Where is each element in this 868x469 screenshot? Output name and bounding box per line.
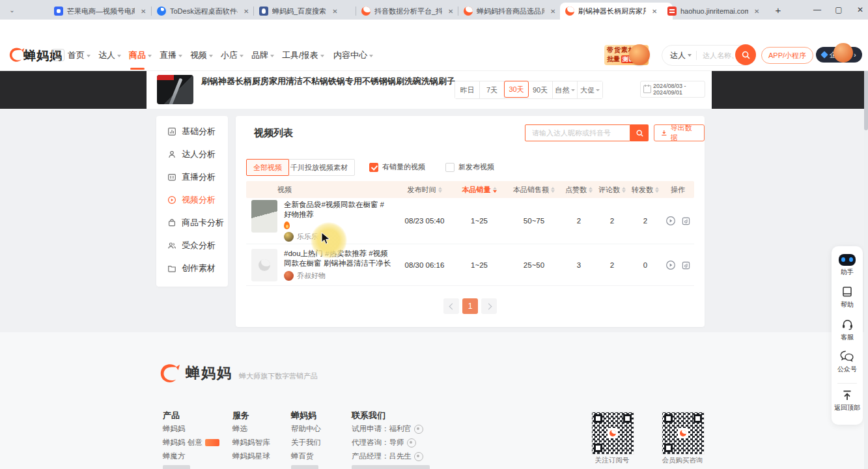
header-shares[interactable]: 转发数 bbox=[629, 185, 662, 195]
apps-grid-icon[interactable] bbox=[52, 49, 64, 61]
browser-tab[interactable]: 芒果电商—视频号电商玩法全 ✕ bbox=[49, 3, 161, 20]
footer-contact-link[interactable]: 试用申请：福利官 bbox=[352, 424, 423, 434]
header-comments[interactable]: 评论数 bbox=[595, 185, 629, 195]
list-search-button[interactable] bbox=[630, 124, 649, 141]
date-tab-90d[interactable]: 90天 bbox=[528, 81, 553, 98]
footer-contact-link[interactable]: 产品经理：吕先生 bbox=[352, 451, 423, 461]
browser-tab[interactable]: 蝉妈妈抖音商品选品库|抖音短视 ✕ bbox=[458, 3, 570, 20]
footer-link[interactable]: 关于我们 bbox=[291, 438, 321, 448]
list-search-input[interactable] bbox=[531, 128, 624, 137]
window-minimize-button[interactable]: — bbox=[807, 3, 827, 17]
sidebar-item-basic-analysis[interactable]: 基础分析 bbox=[156, 120, 228, 143]
sidebar-item-audience-analysis[interactable]: 受众分析 bbox=[156, 234, 228, 257]
browser-tab-active[interactable]: 刷锅神器长柄厨房家用清洁不 ✕ bbox=[560, 3, 673, 20]
browser-tab[interactable]: ToDesk远程桌面软件-免费安 ✕ bbox=[152, 3, 264, 20]
nav-item-shop[interactable]: 小店 bbox=[221, 50, 244, 61]
video-thumbnail-placeholder[interactable] bbox=[251, 249, 277, 281]
sort-icon[interactable] bbox=[438, 187, 442, 193]
footer-link[interactable]: 蝉魔方 bbox=[163, 451, 186, 461]
pagination-prev-button[interactable] bbox=[443, 298, 459, 314]
back-to-top-button[interactable]: 返回顶部 bbox=[834, 390, 860, 412]
sidebar-item-creative-material[interactable]: 创作素材 bbox=[156, 257, 228, 279]
nav-item-influencer[interactable]: 达人 bbox=[98, 50, 121, 61]
list-search-box[interactable] bbox=[525, 124, 630, 141]
tab-close-icon[interactable]: ✕ bbox=[330, 7, 339, 16]
wechat-contact-icon[interactable] bbox=[407, 438, 416, 448]
assistant-button[interactable]: 助手 bbox=[839, 253, 856, 277]
sort-icon[interactable] bbox=[551, 187, 555, 193]
filter-checkbox-new-videos[interactable]: 新发布视频 bbox=[445, 162, 494, 172]
play-video-icon[interactable] bbox=[665, 260, 676, 270]
sidebar-item-live-analysis[interactable]: 直播分析 bbox=[156, 165, 228, 188]
browser-tab[interactable]: 蝉妈妈_百度搜索 ✕ bbox=[254, 3, 366, 20]
tab-close-icon[interactable]: ✕ bbox=[752, 7, 761, 16]
tab-close-icon[interactable]: ✕ bbox=[446, 7, 455, 16]
sidebar-item-video-analysis[interactable]: 视频分析 bbox=[156, 188, 228, 211]
nav-item-brand[interactable]: 品牌 bbox=[251, 50, 274, 61]
sort-icon[interactable] bbox=[622, 187, 626, 193]
window-close-button[interactable]: ✕ bbox=[850, 3, 868, 17]
header-search-button[interactable] bbox=[735, 44, 756, 65]
header-product-sales[interactable]: 本品销量 bbox=[453, 185, 505, 195]
tab-search-chevron-icon[interactable]: ⌄ bbox=[7, 5, 18, 16]
footer-link[interactable]: 蝉妈妈星球 bbox=[232, 451, 270, 461]
sidebar-item-product-card-analysis[interactable]: 商品卡分析 bbox=[156, 211, 228, 234]
sort-desc-icon[interactable] bbox=[493, 187, 497, 193]
tab-close-icon[interactable]: ✕ bbox=[242, 7, 251, 16]
header-publish-time[interactable]: 发布时间 bbox=[396, 185, 453, 195]
window-maximize-button[interactable]: ▢ bbox=[829, 3, 848, 17]
footer-link[interactable]: 帮助中心 bbox=[291, 424, 321, 434]
nav-item-home[interactable]: 首页 bbox=[68, 50, 91, 61]
video-thumbnail[interactable] bbox=[251, 200, 277, 233]
sort-icon[interactable] bbox=[589, 187, 593, 193]
date-tab-7d[interactable]: 7天 bbox=[480, 81, 505, 98]
footer-link[interactable]: 蝉选 bbox=[232, 424, 247, 434]
date-tab-30d[interactable]: 30天 bbox=[504, 81, 529, 98]
wechat-contact-icon[interactable] bbox=[414, 452, 423, 461]
sidebar-item-influencer-analysis[interactable]: 达人分析 bbox=[156, 143, 228, 165]
date-tab-yesterday[interactable]: 昨日 bbox=[455, 81, 480, 98]
product-title[interactable]: 刷锅神器长柄厨房家用清洁不粘锅铁锅专用不锈钢锅刷洗碗洗锅刷子 bbox=[201, 76, 455, 87]
nav-item-tools[interactable]: 工具/报表 bbox=[282, 50, 324, 61]
browser-tab[interactable]: 抖音数据分析平台_抖音直播 ✕ bbox=[356, 3, 468, 20]
product-image[interactable] bbox=[157, 75, 193, 104]
filter-tab-qianchuan[interactable]: 千川投放视频素材 bbox=[283, 159, 355, 176]
date-tab-promo[interactable]: 大促 bbox=[578, 81, 602, 98]
date-tab-natural[interactable]: 自然 bbox=[553, 81, 578, 98]
header-product-revenue[interactable]: 本品销售额 bbox=[505, 185, 563, 195]
checkbox-unchecked-icon[interactable] bbox=[445, 163, 455, 172]
tab-close-icon[interactable]: ✕ bbox=[139, 7, 148, 16]
nav-item-content-center[interactable]: 内容中心 bbox=[333, 50, 373, 61]
tab-close-icon[interactable]: ✕ bbox=[650, 7, 659, 16]
wechat-contact-icon[interactable] bbox=[414, 425, 423, 434]
filter-checkbox-with-sales[interactable]: 有销量的视频 bbox=[369, 162, 425, 172]
checkbox-checked-icon[interactable] bbox=[369, 163, 378, 172]
browser-tab[interactable]: haohuo.jinritemai.com/ecom ✕ bbox=[662, 3, 774, 20]
play-video-icon[interactable] bbox=[665, 216, 676, 226]
new-tab-button[interactable]: + bbox=[768, 3, 788, 17]
video-author[interactable]: 乔叔好物 bbox=[284, 271, 391, 281]
footer-link[interactable]: 蝉妈妈 创意 bbox=[163, 438, 219, 448]
user-avatar[interactable] bbox=[833, 43, 853, 63]
wechat-official-button[interactable]: 公众号 bbox=[837, 350, 857, 374]
footer-link[interactable]: 蝉妈妈 bbox=[163, 424, 186, 434]
header-likes[interactable]: 点赞数 bbox=[563, 185, 595, 195]
video-title[interactable]: 全新食品袋#视频同款在橱窗 #好物推荐 bbox=[284, 200, 391, 220]
date-range-picker[interactable]: 2024/08/03 - 2024/09/01 bbox=[640, 81, 705, 98]
open-douyin-icon[interactable] bbox=[681, 216, 691, 226]
sort-icon[interactable] bbox=[655, 187, 659, 193]
nav-item-product[interactable]: 商品 bbox=[129, 50, 152, 61]
nav-item-live[interactable]: 直播 bbox=[160, 50, 182, 61]
footer-link[interactable]: 蝉妈妈智库 bbox=[232, 438, 270, 448]
table-row[interactable]: #dou上热门 #热卖款推荐 #视频同款在橱窗 刷锅神器清洁干净长柄不锈钢刷锅子… bbox=[246, 245, 694, 285]
filter-tab-all-videos[interactable]: 全部视频 bbox=[246, 159, 289, 176]
footer-logo[interactable]: 蝉妈妈 蝉大师旗下数字营销产品 bbox=[158, 362, 318, 384]
footer-link[interactable]: 蝉百货 bbox=[291, 451, 314, 461]
search-category-dropdown[interactable]: 达人 bbox=[670, 50, 692, 61]
pagination-next-button[interactable] bbox=[481, 298, 497, 314]
pagination-page-1[interactable]: 1 bbox=[462, 298, 478, 314]
footer-contact-link[interactable]: 代理咨询：导师 bbox=[352, 438, 416, 448]
tab-close-icon[interactable]: ✕ bbox=[548, 7, 557, 16]
nav-item-video[interactable]: 视频 bbox=[190, 50, 213, 61]
customer-service-button[interactable]: 客服 bbox=[841, 318, 854, 342]
